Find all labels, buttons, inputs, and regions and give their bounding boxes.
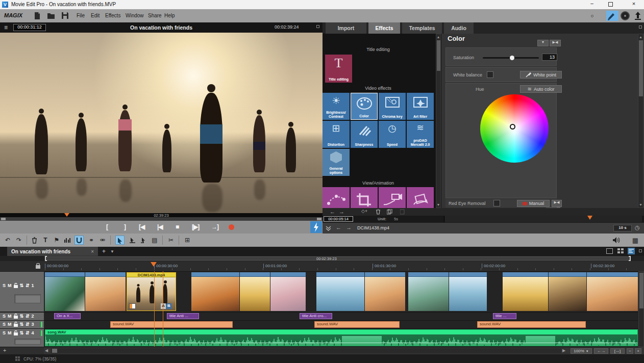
keyframe-playhead-marker[interactable] (587, 216, 592, 220)
movie-tab[interactable]: On vacation with friends × (7, 247, 98, 256)
upload-export-icon[interactable] (634, 11, 642, 20)
color-scrollbar-thumb[interactable] (639, 40, 643, 96)
hue-selector-ring[interactable] (510, 124, 515, 129)
open-folder-icon[interactable] (47, 12, 55, 19)
scroll-left-icon[interactable]: ◀ (45, 348, 50, 353)
video-clip[interactable] (365, 272, 405, 311)
music-clip[interactable]: song.WAV (45, 329, 638, 346)
zoom-out-icon[interactable]: − (627, 348, 633, 354)
undock-preview-icon[interactable] (316, 25, 319, 28)
split-scissors-icon[interactable]: ✂ (166, 236, 176, 245)
solo-button[interactable]: S (3, 314, 6, 319)
maximize-track-icon[interactable]: ⇅ (20, 314, 24, 319)
mute-button[interactable]: M (8, 283, 12, 288)
preview-scrub-strip[interactable]: 02:39:23 (0, 213, 323, 217)
lock-track-icon[interactable] (14, 314, 18, 319)
menu-file[interactable]: File (77, 13, 85, 18)
effect-tile-color-selected[interactable]: Color (351, 93, 378, 120)
video-clip[interactable] (270, 272, 306, 311)
effect-tile-brightness-contrast[interactable]: ☀ Brightness/ Contrast (323, 93, 350, 120)
collapse-chevrons-icon[interactable] (326, 226, 331, 231)
next-keyframe-icon[interactable]: → (339, 209, 344, 215)
sound-clip[interactable]: sound.WAV (314, 321, 400, 328)
mute-button[interactable]: M (8, 322, 12, 327)
copy-keyframe-icon[interactable] (387, 209, 392, 215)
minimize-track-icon[interactable]: ⇵ (26, 314, 30, 319)
mixer-icon[interactable]: ▦ (631, 236, 640, 245)
duration-field[interactable]: 10 s (613, 225, 632, 231)
range-out-button[interactable]: ] (124, 223, 126, 230)
minimize-button[interactable]: – (587, 1, 597, 6)
effect-tile-sharpness[interactable]: Sharpness (351, 121, 378, 148)
hscroll-track[interactable] (51, 348, 561, 353)
color-panel-scrollbar[interactable]: ▲ ▼ (638, 34, 643, 208)
video-clip[interactable] (191, 272, 239, 311)
selected-video-clip[interactable]: DCIM1438.mp4 A B (127, 272, 176, 311)
zoom-in-icon[interactable]: + (635, 348, 641, 354)
effect-tile-general-options[interactable]: General options (323, 149, 350, 176)
video-clip[interactable] (503, 272, 548, 311)
zoom-fit-object-icon[interactable]: [↔] (610, 348, 625, 354)
menu-edit[interactable]: Edit (91, 13, 100, 18)
title-clip[interactable]: title Anti ... (167, 313, 199, 319)
stop-button[interactable]: ■ (176, 223, 179, 230)
effect-tile-distortion[interactable]: ⊞ Distortion (323, 121, 350, 148)
add-movie-icon[interactable]: + (102, 248, 106, 255)
menu-help[interactable]: Help (164, 13, 175, 18)
mouse-mode-icon[interactable] (115, 236, 125, 245)
video-clip[interactable] (240, 272, 270, 311)
saturation-slider-thumb[interactable] (510, 56, 514, 60)
red-eye-checkbox[interactable] (493, 200, 500, 206)
menu-share[interactable]: Share (148, 13, 162, 18)
solo-button[interactable]: S (3, 283, 6, 288)
effects-scrollbar[interactable]: ▲ ▼ (436, 34, 441, 208)
seek-handle-left[interactable] (1, 218, 6, 220)
object-stretch-icon[interactable]: ▤ (150, 236, 159, 245)
white-balance-checkbox[interactable] (487, 71, 493, 78)
add-keyframe-icon[interactable]: ◇+ (361, 209, 367, 214)
lock-track-icon[interactable] (14, 330, 18, 335)
mute-button[interactable]: M (8, 330, 12, 335)
effect-tile-art-filter[interactable]: Art filter (407, 93, 434, 120)
sound-clip[interactable]: sound.WAV (110, 321, 233, 328)
effect-tile-prodad-mercalli[interactable]: ≋ proDAD Mercalli 2.0 (407, 121, 434, 148)
redo-icon[interactable]: ↷ (14, 236, 23, 245)
preview-seek-bar[interactable] (0, 217, 323, 221)
lock-track-icon[interactable] (14, 283, 18, 288)
solo-button[interactable]: S (3, 330, 6, 335)
red-eye-manual-button[interactable]: Manual (517, 200, 550, 207)
effect-tile-speed[interactable]: ◷ Speed (379, 121, 406, 148)
menu-window[interactable]: Window (126, 13, 144, 18)
scroll-up-icon[interactable]: ▲ (436, 35, 440, 39)
zoom-tool-icon[interactable]: ⊞ (183, 236, 192, 245)
prev-object-icon[interactable]: ← (336, 225, 341, 230)
tab-effects[interactable]: Effects (368, 22, 400, 34)
video-clip[interactable] (549, 272, 586, 311)
view-grid-icon[interactable] (617, 248, 624, 254)
unit-value[interactable]: 5s (394, 217, 398, 221)
badge-b[interactable]: B (166, 303, 171, 309)
red-eye-compare-icon[interactable]: ▶◀ (552, 200, 562, 207)
video-clip[interactable] (316, 272, 364, 311)
scroll-down-icon[interactable]: ▼ (436, 203, 440, 206)
video-clip[interactable] (587, 272, 638, 311)
select-single-track-icon[interactable] (139, 236, 148, 245)
menu-effects[interactable]: Effects (105, 13, 120, 18)
scroll-right-icon[interactable]: ▶ (562, 348, 567, 353)
saturation-value[interactable]: 13 (542, 54, 557, 61)
seek-handle-right[interactable] (317, 218, 321, 220)
panel-menu-icon[interactable]: ▼ (537, 40, 549, 46)
timeline-playhead-marker[interactable] (151, 262, 157, 267)
delete-icon[interactable] (32, 237, 37, 244)
undock-panel-icon[interactable] (639, 25, 642, 29)
maximize-track-icon[interactable]: ⇅ (20, 283, 24, 288)
speaker-icon[interactable] (612, 237, 621, 244)
minimize-track-icon[interactable]: ⇵ (26, 283, 30, 288)
next-object-icon[interactable]: → (346, 225, 352, 230)
lock-track-icon[interactable] (14, 322, 18, 327)
play-button[interactable]: [▶] (192, 223, 199, 230)
sound-clip[interactable]: sound.WAV (477, 321, 586, 328)
scroll-down-icon[interactable]: ▼ (638, 203, 643, 206)
delete-keyframe-icon[interactable] (376, 209, 381, 215)
video-clip[interactable] (449, 272, 487, 311)
